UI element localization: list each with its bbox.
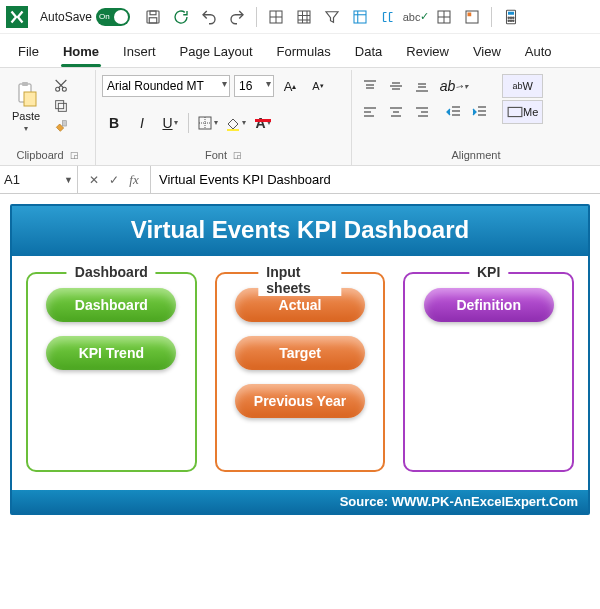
nav-button-dashboard[interactable]: Dashboard [46, 288, 176, 322]
format-painter-icon[interactable] [50, 117, 72, 135]
group-label-clipboard: Clipboard◲ [6, 147, 89, 165]
dashboard-title: Virtual Events KPI Dashboard [12, 206, 588, 256]
separator [491, 7, 492, 27]
cell-reference: A1 [4, 172, 20, 187]
cut-icon[interactable] [50, 77, 72, 95]
svg-point-26 [510, 20, 512, 22]
group-font: A▴ A▾ B I U▾ ▾ ▾ A▾ Font◲ [96, 70, 352, 165]
panel-legend: KPI [469, 264, 508, 280]
increase-font-icon[interactable]: A▴ [278, 74, 302, 98]
svg-rect-29 [22, 82, 28, 86]
svg-rect-64 [508, 107, 522, 116]
calculator-icon[interactable] [500, 6, 522, 28]
formula-input[interactable] [151, 166, 600, 193]
paste-label: Paste [12, 110, 40, 122]
align-center-icon[interactable] [384, 100, 408, 124]
refresh-icon[interactable] [170, 6, 192, 28]
undo-icon[interactable] [198, 6, 220, 28]
svg-rect-21 [508, 11, 514, 14]
spellcheck-icon[interactable]: abc✓ [405, 6, 427, 28]
bold-button[interactable]: B [102, 111, 126, 135]
redo-icon[interactable] [226, 6, 248, 28]
svg-point-23 [510, 17, 512, 19]
svg-rect-34 [56, 101, 64, 109]
excel-logo-icon [6, 6, 28, 28]
worksheet-area: Virtual Events KPI Dashboard Dashboard D… [0, 194, 600, 515]
dialog-launcher-icon[interactable]: ◲ [233, 150, 242, 160]
ribbon: Paste ▾ Clipboard◲ A▴ A▾ B I U▾ ▾ ▾ A▾ [0, 68, 600, 166]
tab-data[interactable]: Data [343, 38, 394, 67]
name-box[interactable]: A1 ▼ [0, 166, 78, 193]
autosave-label: AutoSave [40, 10, 92, 24]
autosave-toggle[interactable]: AutoSave On [40, 8, 130, 26]
ribbon-tabs: File Home Insert Page Layout Formulas Da… [0, 34, 600, 68]
tab-file[interactable]: File [6, 38, 51, 67]
svg-rect-39 [227, 129, 239, 131]
borders-icon[interactable] [265, 6, 287, 28]
svg-rect-12 [354, 11, 366, 23]
dashboard-container: Virtual Events KPI Dashboard Dashboard D… [10, 204, 590, 515]
merge-center-button[interactable]: Me [502, 100, 543, 124]
tab-formulas[interactable]: Formulas [265, 38, 343, 67]
fill-color-button[interactable]: ▾ [223, 111, 247, 135]
wrap-text-button[interactable]: ab W [502, 74, 543, 98]
quick-access-toolbar: AutoSave On abc✓ [0, 0, 600, 34]
separator [256, 7, 257, 27]
cancel-formula-icon[interactable]: ✕ [84, 173, 104, 187]
table-icon[interactable] [293, 6, 315, 28]
chevron-down-icon[interactable]: ▼ [64, 175, 73, 185]
align-left-icon[interactable] [358, 100, 382, 124]
filter-icon[interactable] [321, 6, 343, 28]
tab-review[interactable]: Review [394, 38, 461, 67]
fx-icon[interactable]: fx [124, 172, 144, 188]
tab-page-layout[interactable]: Page Layout [168, 38, 265, 67]
nav-button-previous-year[interactable]: Previous Year [235, 384, 365, 418]
group-label-font: Font◲ [102, 147, 345, 165]
freeze-panes-icon[interactable] [349, 6, 371, 28]
conditional-format-icon[interactable] [461, 6, 483, 28]
enter-formula-icon[interactable]: ✓ [104, 173, 124, 187]
group-clipboard: Paste ▾ Clipboard◲ [0, 70, 96, 165]
panel-legend: Dashboard [67, 264, 156, 280]
dashboard-footer: Source: WWW.PK-AnExcelExpert.Com [12, 490, 588, 513]
nav-button-kpi-trend[interactable]: KPI Trend [46, 336, 176, 370]
group-icon[interactable] [377, 6, 399, 28]
svg-point-27 [513, 20, 515, 22]
group-label-alignment: Alignment [358, 147, 594, 165]
font-name-select[interactable] [102, 75, 230, 97]
align-bottom-icon[interactable] [410, 74, 434, 98]
increase-indent-icon[interactable] [468, 100, 492, 124]
svg-point-25 [508, 20, 510, 22]
borders-button[interactable]: ▾ [195, 111, 219, 135]
underline-button[interactable]: U▾ [158, 111, 182, 135]
toggle-switch-icon[interactable]: On [96, 8, 130, 26]
panel-dashboard: Dashboard Dashboard KPI Trend [26, 272, 197, 472]
decrease-indent-icon[interactable] [442, 100, 466, 124]
dialog-launcher-icon[interactable]: ◲ [70, 150, 79, 160]
decrease-font-icon[interactable]: A▾ [306, 74, 330, 98]
nav-button-target[interactable]: Target [235, 336, 365, 370]
align-right-icon[interactable] [410, 100, 434, 124]
align-top-icon[interactable] [358, 74, 382, 98]
italic-button[interactable]: I [130, 111, 154, 135]
font-size-select[interactable] [234, 75, 274, 97]
panel-legend: Input sheets [258, 264, 341, 296]
nav-button-definition[interactable]: Definition [424, 288, 554, 322]
paste-button[interactable]: Paste ▾ [6, 78, 46, 135]
panel-input-sheets: Input sheets Actual Target Previous Year [215, 272, 386, 472]
font-color-button[interactable]: A▾ [251, 111, 275, 135]
tab-automate[interactable]: Auto [513, 38, 564, 67]
svg-rect-19 [468, 12, 472, 16]
align-middle-icon[interactable] [384, 74, 408, 98]
copy-icon[interactable] [50, 97, 72, 115]
orientation-icon[interactable]: ab↗▾ [442, 74, 466, 98]
cell-styles-icon[interactable] [433, 6, 455, 28]
svg-rect-33 [58, 103, 66, 111]
tab-view[interactable]: View [461, 38, 513, 67]
tab-insert[interactable]: Insert [111, 38, 168, 67]
tab-home[interactable]: Home [51, 38, 111, 67]
svg-rect-35 [62, 121, 66, 126]
save-icon[interactable] [142, 6, 164, 28]
svg-point-24 [513, 17, 515, 19]
group-alignment: ab↗▾ ab W Me Alignment [352, 70, 600, 165]
